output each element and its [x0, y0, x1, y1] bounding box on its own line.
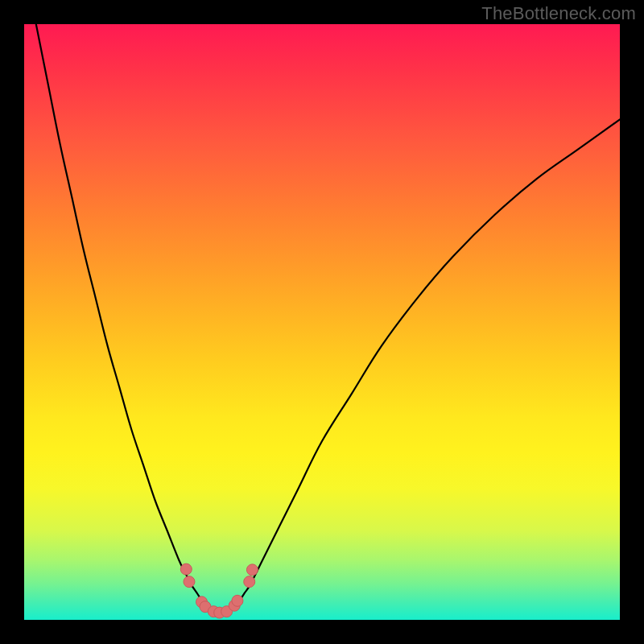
- curve-layer: [24, 24, 620, 620]
- curve-left-branch: [36, 24, 208, 608]
- data-marker: [184, 576, 195, 588]
- watermark-text: TheBottleneck.com: [481, 3, 636, 24]
- data-marker: [244, 576, 255, 588]
- chart-frame: TheBottleneck.com: [0, 0, 644, 644]
- data-marker: [232, 595, 243, 606]
- data-marker: [246, 564, 258, 576]
- data-marker: [180, 564, 192, 575]
- curve-right-branch: [233, 119, 620, 608]
- plot-area: [24, 24, 620, 620]
